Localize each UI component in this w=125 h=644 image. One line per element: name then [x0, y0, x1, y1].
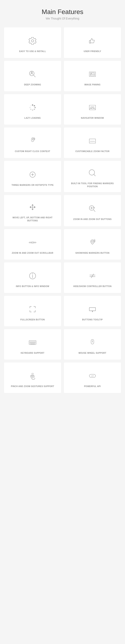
gear-icon	[27, 35, 39, 47]
card-label-powerful-api: POWERFUL API	[84, 385, 101, 388]
zoom-in-icon	[86, 203, 98, 215]
card-lazy-loading: LAZY LOADING	[4, 94, 61, 124]
card-label-hide-show-controller: HIDE/SHOW CONTROLLER BUTTON	[73, 285, 111, 288]
page-title: Main Features	[4, 8, 121, 16]
card-label-customizable-zoom: CUSTOMIZABLE ZOOM FACTOR	[75, 150, 109, 153]
api-icon: API	[86, 370, 98, 382]
card-zoom-inout-buttons: ZOOM IN AND ZOOM OUT BUTTONS	[64, 195, 121, 226]
features-grid: EASY TO USE & INSTALLUSER FRIENDLYDEEP Z…	[4, 28, 121, 393]
plus-circle-icon	[27, 168, 39, 181]
card-image-paning: IMAGE PANING	[64, 61, 121, 91]
zoom-person-icon	[27, 68, 39, 80]
scrollbar-icon	[27, 236, 39, 248]
card-label-move-buttons: MOVE LEFT, UP, BOTTOM AND RIGHT BUTTONS	[7, 216, 58, 222]
card-label-image-paning: IMAGE PANING	[84, 83, 100, 86]
card-info-button: INFO BUTTON & INFO WINDOW	[4, 262, 61, 293]
svg-point-5	[35, 107, 36, 108]
card-keyboard-support: KEYBOARD SUPPORT	[4, 329, 61, 360]
svg-rect-19	[31, 242, 34, 243]
card-label-keyboard-support: KEYBOARD SUPPORT	[21, 352, 44, 354]
card-label-builtin-tool: BUILT-IN TOOL FOR FINDING MARKERS POSITI…	[67, 182, 118, 188]
header: Main Features We Thought Of Everything	[4, 8, 121, 20]
card-label-zoom-scrollbar: ZOOM IN AND ZOOM OUT SCROLLBAR	[12, 252, 53, 254]
thumbsup-icon	[86, 35, 98, 47]
svg-rect-21	[30, 342, 31, 342]
card-navigator-window: NAVIGATOR WINDOW	[64, 94, 121, 124]
card-label-mouse-wheel: MOUSE WHEEL SUPPORT	[79, 352, 106, 354]
card-easy-to-use: EASY TO USE & INSTALL	[4, 28, 61, 58]
card-label-zoom-inout-buttons: ZOOM IN AND ZOOM OUT BUTTONS	[73, 218, 111, 221]
zoom-percent-icon: 200%	[86, 135, 98, 147]
svg-text:API: API	[91, 375, 94, 377]
card-three-markers: THREE MARKERS OR HOTSPOTS TYPE	[4, 161, 61, 192]
card-label-deep-zooming: DEEP ZOOMING	[24, 83, 41, 86]
card-label-info-button: INFO BUTTON & INFO WINDOW	[16, 285, 49, 288]
card-hide-show-controller: HIDE/SHOW CONTROLLER BUTTON	[64, 262, 121, 293]
card-label-navigator-window: NAVIGATOR WINDOW	[81, 116, 104, 120]
pin-icon	[86, 236, 98, 248]
card-pinch-zoom: PINCH AND ZOOM GESTURES SUPPORT	[4, 362, 61, 393]
svg-rect-27	[31, 342, 32, 343]
svg-rect-31	[31, 344, 34, 344]
mouse-wheel-icon	[86, 336, 98, 349]
card-buttons-tooltip: BUTTONS TOOLTIP	[64, 296, 121, 326]
card-label-buttons-tooltip: BUTTONS TOOLTIP	[82, 318, 103, 321]
svg-rect-25	[35, 342, 35, 342]
svg-point-7	[32, 110, 33, 110]
info-icon	[27, 270, 39, 282]
svg-point-3	[32, 104, 33, 106]
card-zoom-scrollbar: ZOOM IN AND ZOOM OUT SCROLLBAR	[4, 229, 61, 260]
navigator-icon	[86, 102, 98, 114]
card-label-user-friendly: USER FRIENDLY	[84, 50, 101, 53]
card-label-show-hide-markers: SHOW/HIDE MARKERS BUTTON	[75, 252, 109, 254]
card-custom-right-click: CUSTOM RIGHT CLICK CONTEXT	[4, 128, 61, 158]
svg-point-4	[34, 105, 35, 106]
search-icon	[86, 167, 98, 179]
svg-rect-30	[35, 342, 35, 343]
page-subtitle: We Thought Of Everything	[4, 17, 121, 20]
svg-text:200%: 200%	[90, 140, 95, 142]
keyboard-icon	[27, 336, 39, 349]
card-user-friendly: USER FRIENDLY	[64, 28, 121, 58]
spinner-icon	[27, 102, 39, 114]
svg-rect-24	[33, 342, 34, 342]
svg-point-9	[30, 107, 31, 108]
svg-rect-28	[32, 342, 33, 343]
card-show-hide-markers: SHOW/HIDE MARKERS BUTTON	[64, 229, 121, 260]
card-label-three-markers: THREE MARKERS OR HOTSPOTS TYPE	[12, 184, 54, 186]
card-mouse-wheel: MOUSE WHEEL SUPPORT	[64, 329, 121, 360]
card-label-fullscreen: FULLSCREEN BUTTON	[20, 318, 45, 321]
pinch-icon	[27, 370, 39, 382]
svg-rect-26	[30, 342, 31, 343]
card-deep-zooming: DEEP ZOOMING	[4, 61, 61, 91]
card-powerful-api: APIPOWERFUL API	[64, 362, 121, 393]
card-label-pinch-zoom: PINCH AND ZOOM GESTURES SUPPORT	[11, 385, 54, 388]
svg-rect-23	[32, 342, 33, 342]
svg-rect-22	[31, 342, 32, 342]
move-icon	[27, 201, 39, 213]
fullscreen-icon	[27, 303, 39, 315]
mouse-icon	[27, 135, 39, 147]
svg-point-10	[30, 105, 31, 106]
card-customizable-zoom: 200%CUSTOMIZABLE ZOOM FACTOR	[64, 128, 121, 158]
tooltip-icon	[86, 303, 98, 315]
svg-rect-29	[33, 342, 34, 343]
image-icon	[86, 68, 98, 80]
card-label-lazy-loading: LAZY LOADING	[25, 116, 41, 120]
svg-point-6	[34, 109, 35, 110]
card-move-buttons: MOVE LEFT, UP, BOTTOM AND RIGHT BUTTONS	[4, 195, 61, 226]
card-builtin-tool: BUILT-IN TOOL FOR FINDING MARKERS POSITI…	[64, 161, 121, 192]
not-equal-icon	[86, 270, 98, 282]
page: Main Features We Thought Of Everything E…	[0, 0, 125, 405]
card-fullscreen: FULLSCREEN BUTTON	[4, 296, 61, 326]
svg-rect-12	[91, 107, 94, 109]
svg-point-8	[30, 109, 31, 110]
card-label-custom-right-click: CUSTOM RIGHT CLICK CONTEXT	[15, 150, 50, 153]
card-label-easy-to-use: EASY TO USE & INSTALL	[19, 50, 46, 53]
